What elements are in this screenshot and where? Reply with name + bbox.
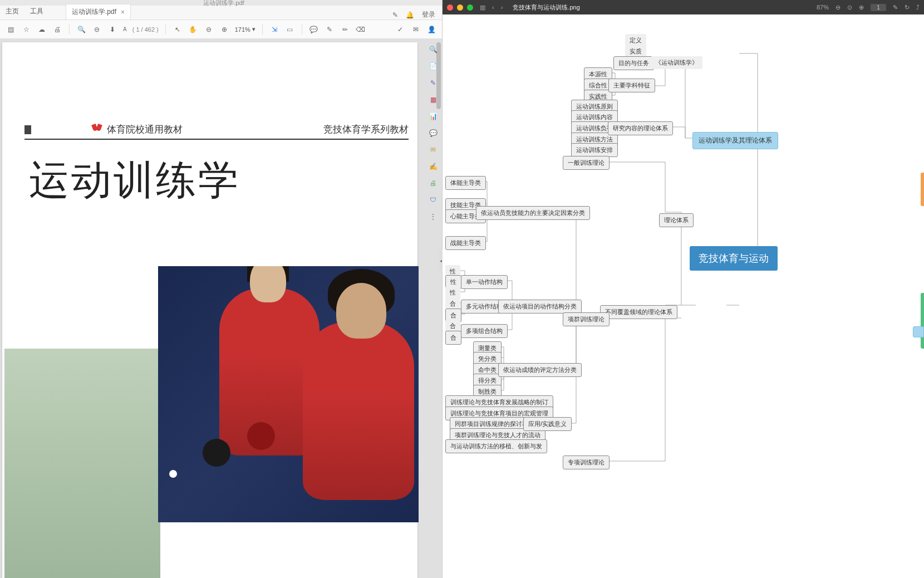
book-title: 运动训练学 bbox=[29, 154, 240, 207]
tool-edit-icon[interactable]: ✎ bbox=[428, 78, 438, 88]
nav-back-icon[interactable]: ‹ bbox=[492, 4, 494, 11]
page-indicator: ( 1 / 462 ) bbox=[132, 26, 159, 33]
mindmap-connectors bbox=[443, 14, 924, 578]
pdf-header-actions: ✎ 🔔 登录 bbox=[392, 10, 442, 19]
publisher-logo bbox=[91, 124, 102, 135]
pdf-tab-strip: 主页 工具 运动训练学.pdf × ✎ 🔔 登录 bbox=[0, 6, 442, 20]
draw-icon[interactable]: ✏ bbox=[340, 25, 350, 35]
tool-more-icon[interactable]: ⋮ bbox=[428, 212, 438, 222]
zoom-in-icon[interactable]: ⊕ bbox=[219, 25, 229, 35]
rotate-icon[interactable]: ↻ bbox=[905, 4, 910, 11]
branch-hint-1 bbox=[921, 173, 924, 206]
sidebar-toggle-icon[interactable]: ▤ bbox=[6, 25, 16, 35]
document-tab-active[interactable]: 运动训练学.pdf × bbox=[66, 4, 131, 19]
tool-comment-icon[interactable]: 💬 bbox=[428, 128, 438, 138]
cloud-upload-icon[interactable]: ☁ bbox=[37, 25, 47, 35]
close-window-button[interactable] bbox=[447, 4, 453, 11]
share-icon[interactable]: 👤 bbox=[426, 25, 436, 35]
erase-icon[interactable]: ⌫ bbox=[356, 25, 366, 35]
home-tab[interactable]: 主页 bbox=[0, 3, 24, 19]
mindmap-node[interactable]: 一般训练理论 bbox=[563, 156, 610, 170]
mindmap-node[interactable]: 专项训练理论 bbox=[563, 455, 610, 469]
mindmap-node[interactable]: 战能主导类 bbox=[445, 236, 486, 250]
maximize-window-button[interactable] bbox=[467, 4, 473, 11]
page-letter: A bbox=[123, 26, 127, 32]
zoom-out-tool-icon[interactable]: ⊖ bbox=[92, 25, 102, 35]
preview-file-title: 竞技体育与运动训练.png bbox=[503, 3, 817, 12]
logo-block bbox=[24, 125, 31, 134]
bell-icon[interactable]: 🔔 bbox=[406, 11, 414, 19]
print-icon[interactable]: 🖨 bbox=[52, 25, 62, 35]
mindmap-node[interactable]: 合 bbox=[445, 331, 461, 345]
sidebar-icon[interactable]: ▥ bbox=[480, 4, 485, 11]
tab-label: 运动训练学.pdf bbox=[72, 7, 116, 17]
close-tab-button[interactable]: × bbox=[121, 8, 125, 16]
mindmap-node[interactable]: 依运动项目的动作结构分类 bbox=[498, 300, 582, 314]
zoom-out-icon[interactable]: ⊖ bbox=[835, 4, 841, 11]
mindmap-node[interactable]: 单一动作结构 bbox=[461, 275, 508, 289]
tool-convert-icon[interactable]: 📊 bbox=[428, 111, 438, 121]
tool-sign-icon[interactable]: ✍ bbox=[428, 161, 438, 172]
preview-window: ◂ ▥ ‹ › 竞技体育与运动训练.png 87% ⊖ ⊙ ⊕ 1 ✎ ↻ ⤴ bbox=[443, 0, 924, 578]
zoom-in-icon[interactable]: ⊕ bbox=[859, 4, 864, 11]
sign-icon[interactable]: ✎ bbox=[392, 11, 398, 19]
stamp-icon[interactable]: ✓ bbox=[395, 25, 405, 35]
page-view-icon[interactable]: ▭ bbox=[285, 25, 295, 35]
mindmap-node[interactable]: 主要学科特征 bbox=[608, 79, 655, 92]
star-icon[interactable]: ☆ bbox=[21, 25, 31, 35]
login-button[interactable]: 登录 bbox=[422, 10, 435, 19]
tool-export-icon[interactable]: 📄 bbox=[428, 61, 438, 71]
mindmap-node[interactable]: 依运动成绩的评定方法分类 bbox=[498, 363, 582, 377]
comment-icon[interactable]: 💬 bbox=[309, 25, 319, 35]
book-subtitle-right: 竞技体育学系列教材 bbox=[323, 123, 409, 136]
zoom-pct-label: 87% bbox=[817, 4, 829, 11]
pdf-toolbar: ▤ ☆ ☁ 🖨 🔍 ⊖ ⬇ A ( 1 / 462 ) ↖ ✋ ⊖ ⊕ 171%… bbox=[0, 20, 442, 39]
search-icon[interactable]: 🔍 bbox=[76, 25, 86, 35]
inactive-title: 运动训练学.pdf bbox=[203, 0, 244, 7]
tool-fill-icon[interactable]: ✉ bbox=[428, 145, 438, 155]
branch-hint-2 bbox=[921, 293, 924, 349]
share-icon[interactable]: ⤴ bbox=[916, 4, 920, 11]
mindmap-node[interactable]: 多项组合结构 bbox=[461, 324, 508, 338]
mindmap-node[interactable]: 理论体系 bbox=[659, 213, 694, 227]
mindmap-root-node[interactable]: 竞技体育与运动 bbox=[690, 246, 778, 271]
page-num-field[interactable]: 1 bbox=[871, 4, 886, 11]
book-header: 体育院校通用教材 竞技体育学系列教材 bbox=[24, 123, 409, 140]
markup-icon[interactable]: ✎ bbox=[893, 4, 898, 11]
mindmap-node[interactable]: 依运动员竞技能力的主要决定因素分类 bbox=[476, 206, 590, 220]
mindmap-canvas[interactable]: 竞技体育与运动 运动训练学及其理论体系 定义 实质 目的与任务 《运动训练学》 … bbox=[443, 14, 924, 578]
mindmap-node[interactable]: 研究内容的理论体系 bbox=[608, 121, 673, 135]
chevron-down-icon: ▾ bbox=[252, 26, 255, 33]
minimize-window-button[interactable] bbox=[457, 4, 463, 11]
traffic-lights bbox=[447, 4, 473, 11]
mindmap-node[interactable]: 运动训练安排 bbox=[571, 143, 618, 157]
zoom-level-dropdown[interactable]: 171% ▾ bbox=[235, 26, 255, 33]
tool-print2-icon[interactable]: 🖨 bbox=[428, 178, 438, 188]
mindmap-node-level1[interactable]: 运动训练学及其理论体系 bbox=[692, 132, 778, 149]
zoom-out-icon[interactable]: ⊖ bbox=[204, 25, 214, 35]
hand-tool-icon[interactable]: ✋ bbox=[188, 25, 198, 35]
cover-photo bbox=[158, 266, 419, 522]
pdf-viewport[interactable]: 体育院校通用教材 竞技体育学系列教材 运动训练学 bbox=[0, 39, 442, 578]
pdf-page: 体育院校通用教材 竞技体育学系列教材 运动训练学 bbox=[2, 42, 417, 578]
fit-width-icon[interactable]: ⇲ bbox=[269, 25, 279, 35]
download-icon[interactable]: ⬇ bbox=[107, 25, 117, 35]
mail-icon[interactable]: ✉ bbox=[411, 25, 421, 35]
tools-tab[interactable]: 工具 bbox=[24, 3, 49, 19]
highlight-icon[interactable]: ✎ bbox=[325, 25, 335, 35]
mindmap-node[interactable]: 与运动训练方法的移植、创新与发 bbox=[445, 439, 547, 453]
pdf-viewer-window: 运动训练学.pdf 主页 工具 运动训练学.pdf × ✎ 🔔 登录 ▤ ☆ ☁… bbox=[0, 0, 443, 578]
mindmap-node[interactable]: 目的与任务 bbox=[613, 56, 654, 70]
tool-search-icon[interactable]: 🔍 bbox=[428, 45, 438, 55]
background-photo bbox=[4, 349, 160, 578]
zoom-actual-icon[interactable]: ⊙ bbox=[847, 4, 852, 11]
mindmap-node[interactable]: 不同覆盖领域的理论体系 bbox=[600, 305, 677, 319]
tool-organize-icon[interactable]: ▦ bbox=[428, 95, 438, 105]
select-tool-icon[interactable]: ↖ bbox=[173, 25, 183, 35]
mindmap-node[interactable]: 体能主导类 bbox=[445, 176, 486, 190]
mindmap-node[interactable]: 项群训练理论 bbox=[563, 312, 610, 326]
mindmap-node[interactable]: 应用/实践意义 bbox=[523, 417, 572, 431]
tool-protect-icon[interactable]: 🛡 bbox=[428, 195, 438, 205]
preview-titlebar: ▥ ‹ › 竞技体育与运动训练.png 87% ⊖ ⊙ ⊕ 1 ✎ ↻ ⤴ bbox=[443, 0, 924, 14]
mindmap-node[interactable]: 《运动训练学》 bbox=[651, 56, 702, 69]
